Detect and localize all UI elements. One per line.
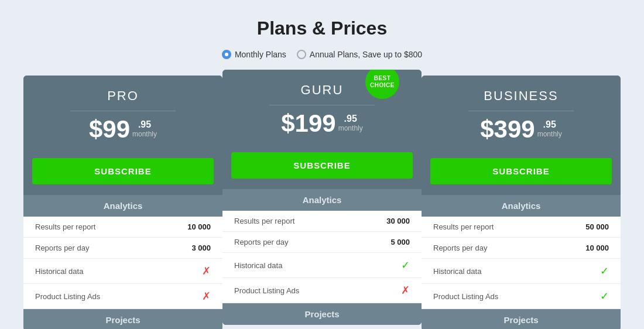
projects-section-header: Projects xyxy=(422,309,621,329)
divider xyxy=(468,111,574,111)
price-main: $199 xyxy=(281,111,335,136)
feature-label: Historical data xyxy=(433,267,481,276)
annual-radio[interactable] xyxy=(297,50,306,59)
feature-label: Historical data xyxy=(234,261,282,270)
projects-section-header: Projects xyxy=(23,309,222,329)
analytics-section-header: Analytics xyxy=(222,189,422,211)
billing-toggle: Monthly Plans Annual Plans, Save up to $… xyxy=(222,50,422,59)
divider xyxy=(70,111,176,111)
subscribe-button[interactable]: SUBSCRIBE xyxy=(430,158,612,184)
feature-label: Reports per day xyxy=(433,244,488,252)
plan-header: BUSINESS $399 .95 monthly xyxy=(422,76,621,151)
cross-icon: ✗ xyxy=(202,290,211,303)
plan-price: $399 .95 monthly xyxy=(433,117,609,142)
feature-label: Historical data xyxy=(35,267,83,276)
divider xyxy=(269,105,375,105)
feature-value: 5 000 xyxy=(390,238,410,246)
cross-icon: ✗ xyxy=(202,265,211,277)
feature-label: Product Listing Ads xyxy=(234,286,299,295)
price-cents-block: .95 monthly xyxy=(132,117,157,138)
subscribe-button[interactable]: SUBSCRIBE xyxy=(32,158,214,184)
price-main: $399 xyxy=(480,117,535,142)
plan-price: $199 .95 monthly xyxy=(234,111,410,136)
plan-header: PRO $99 .95 monthly xyxy=(23,76,222,151)
feature-value: 3 000 xyxy=(191,244,211,252)
feature-row: Historical data ✓ xyxy=(422,259,621,284)
check-icon: ✓ xyxy=(600,265,609,277)
page-title: Plans & Prices xyxy=(257,18,387,39)
price-main: $99 xyxy=(89,117,130,142)
feature-label: Results per report xyxy=(35,222,95,231)
feature-row: Reports per day 10 000 xyxy=(422,238,621,259)
monthly-label: Monthly Plans xyxy=(235,50,286,59)
features-list: Results per report 50 000 Reports per da… xyxy=(422,217,621,309)
analytics-section-header: Analytics xyxy=(422,195,621,217)
price-cents-block: .95 monthly xyxy=(338,111,363,132)
badge-line2: CHOICE xyxy=(370,82,395,89)
check-icon: ✓ xyxy=(401,259,410,272)
feature-row: Historical data ✓ xyxy=(222,253,422,278)
projects-section-header: Projects xyxy=(222,303,422,325)
feature-row: Results per report 30 000 xyxy=(222,211,422,232)
badge-line1: BEST xyxy=(374,75,391,82)
price-cents: .95 xyxy=(132,119,157,130)
price-cents: .95 xyxy=(537,119,562,130)
annual-label: Annual Plans, Save up to $800 xyxy=(310,50,422,59)
feature-row: Product Listing Ads ✓ xyxy=(422,284,621,309)
price-period: monthly xyxy=(338,124,363,132)
subscribe-button[interactable]: SUBSCRIBE xyxy=(231,152,413,179)
plan-name: BUSINESS xyxy=(433,88,609,104)
features-list: Results per report 30 000 Reports per da… xyxy=(222,211,422,303)
price-cents: .95 xyxy=(338,114,363,124)
feature-row: Product Listing Ads ✗ xyxy=(222,278,422,303)
feature-label: Reports per day xyxy=(234,238,289,246)
analytics-section-header: Analytics xyxy=(23,195,222,217)
feature-row: Results per report 10 000 xyxy=(23,217,222,238)
feature-value: 10 000 xyxy=(187,222,211,231)
feature-value: 50 000 xyxy=(585,222,609,231)
plan-card-pro: PRO $99 .95 monthly SUBSCRIBE Analytics … xyxy=(23,76,222,329)
feature-label: Results per report xyxy=(433,222,494,231)
feature-label: Product Listing Ads xyxy=(433,292,498,301)
feature-row: Reports per day 5 000 xyxy=(222,232,422,253)
plan-name: PRO xyxy=(35,88,211,104)
plan-price: $99 .95 monthly xyxy=(35,117,211,142)
annual-plan-option[interactable]: Annual Plans, Save up to $800 xyxy=(297,50,422,59)
feature-row: Historical data ✗ xyxy=(23,259,222,284)
cross-icon: ✗ xyxy=(401,284,410,297)
feature-row: Reports per day 3 000 xyxy=(23,238,222,259)
price-cents-block: .95 monthly xyxy=(537,117,562,138)
price-period: monthly xyxy=(132,130,157,138)
features-list: Results per report 10 000 Reports per da… xyxy=(23,217,222,309)
feature-row: Results per report 50 000 xyxy=(422,217,621,238)
plan-card-business: BUSINESS $399 .95 monthly SUBSCRIBE Anal… xyxy=(422,76,621,329)
check-icon: ✓ xyxy=(600,290,609,303)
price-period: monthly xyxy=(537,130,562,138)
feature-label: Results per report xyxy=(234,217,294,225)
feature-value: 10 000 xyxy=(585,244,609,252)
feature-label: Product Listing Ads xyxy=(35,292,100,301)
plan-card-guru: BEST CHOICE GURU $199 .95 monthly SUBSCR… xyxy=(222,70,422,325)
monthly-plan-option[interactable]: Monthly Plans xyxy=(222,50,286,59)
plans-container: PRO $99 .95 monthly SUBSCRIBE Analytics … xyxy=(23,76,621,329)
monthly-radio[interactable] xyxy=(222,50,231,59)
feature-row: Product Listing Ads ✗ xyxy=(23,284,222,309)
feature-value: 30 000 xyxy=(386,217,410,225)
feature-label: Reports per day xyxy=(35,244,90,252)
